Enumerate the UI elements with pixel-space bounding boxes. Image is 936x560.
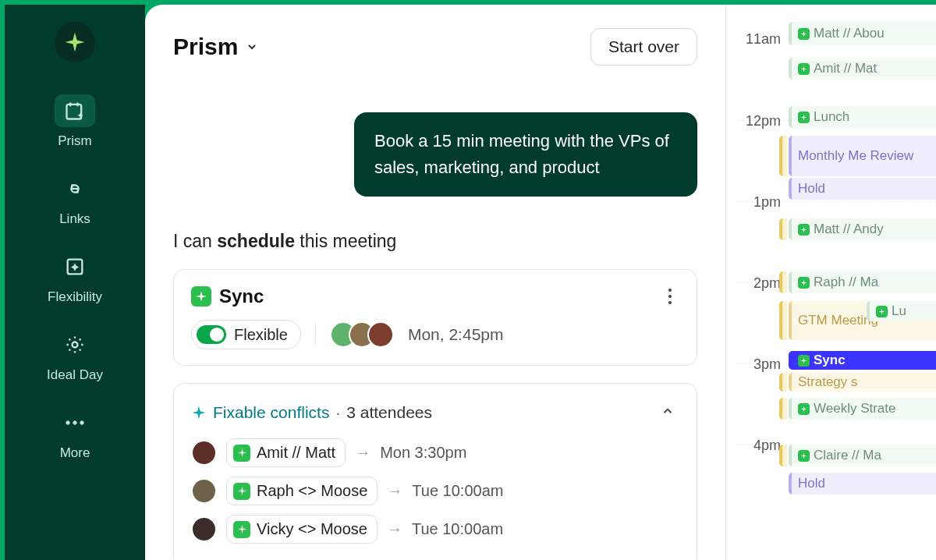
calendar-event[interactable]: Strategy s — [789, 373, 936, 392]
hour-label: 12pm — [736, 113, 781, 129]
svg-point-2 — [73, 342, 78, 348]
sidebar: Prism Links Flexibility — [5, 5, 145, 560]
nav-more[interactable]: More — [5, 403, 145, 464]
avatar — [191, 516, 217, 542]
conflict-event-title: Raph <> Moose — [257, 482, 367, 500]
collapse-button[interactable] — [656, 399, 679, 426]
calendar-event[interactable]: Amit // Mat — [789, 58, 936, 80]
event-title: Amit // Mat — [814, 61, 877, 76]
sparkle-badge-icon — [798, 450, 810, 462]
nav-links[interactable]: Links — [5, 169, 145, 230]
avatar — [191, 478, 217, 504]
chevron-down-icon — [246, 41, 258, 53]
fixable-conflicts-link[interactable]: Fixable conflicts — [213, 403, 329, 422]
nav-label: Ideal Day — [47, 367, 103, 383]
calendar-event[interactable]: Lunch — [789, 106, 936, 128]
calendar-event[interactable]: Lu — [867, 301, 936, 321]
sparkle-badge-icon — [798, 224, 810, 236]
calendar-event[interactable]: Sync — [789, 351, 936, 370]
calendar-event[interactable]: Raph // Ma — [789, 271, 936, 293]
calendar-event[interactable]: Matt // Andy — [789, 218, 936, 240]
calendar-event[interactable]: Matt // Abou — [789, 22, 936, 45]
conflict-event-pill[interactable]: Raph <> Moose — [226, 477, 378, 505]
event-title: Hold — [798, 181, 825, 197]
svg-point-4 — [73, 421, 76, 424]
calendar-sparkle-icon — [64, 100, 86, 122]
hour-label: 2pm — [736, 275, 781, 292]
hour-label: 11am — [736, 31, 781, 48]
conflict-event-title: Vicky <> Moose — [257, 520, 367, 538]
conflicts-card: Fixable conflicts · 3 attendees Amit // … — [173, 383, 697, 560]
svg-rect-0 — [67, 105, 82, 119]
sparkle-badge-icon — [798, 112, 810, 123]
calendar-event-stripe — [779, 373, 787, 392]
nav-ideal-day[interactable]: Ideal Day — [5, 325, 145, 386]
assistant-intro: I can schedule this meeting — [173, 231, 697, 252]
nav-label: More — [60, 445, 90, 461]
nav-label: Flexibility — [48, 289, 102, 305]
chevron-up-icon — [661, 404, 675, 418]
calendar-event[interactable]: Monthly Me Review — [789, 136, 936, 176]
sparkle-icon — [191, 405, 207, 420]
card-menu-button[interactable] — [661, 289, 679, 304]
sparkle-badge-icon — [798, 28, 810, 40]
arrow-right-icon: → — [355, 444, 370, 462]
workspace-switcher[interactable]: Prism — [173, 34, 258, 60]
meeting-title: Sync — [191, 285, 264, 307]
calendar-event-stripe — [779, 218, 787, 240]
meeting-time: Mon, 2:45pm — [408, 325, 504, 344]
link-icon — [64, 178, 86, 200]
sparkle-badge-icon — [798, 277, 810, 289]
event-title: Raph // Ma — [814, 275, 878, 290]
nav-prism[interactable]: Prism — [5, 91, 145, 152]
event-title: Lu — [892, 303, 906, 319]
event-title: Weekly Strate — [814, 401, 896, 416]
toggle-switch-icon — [197, 325, 226, 344]
app-logo — [55, 22, 95, 62]
calendar-event[interactable]: Weekly Strate — [789, 398, 936, 420]
event-title: Claire // Ma — [814, 448, 881, 463]
flexible-toggle[interactable]: Flexible — [191, 320, 301, 349]
sparkle-badge-icon — [233, 521, 250, 538]
chat-column: Prism Start over Book a 15 min meeting w… — [145, 5, 725, 560]
hour-label: 4pm — [736, 438, 781, 454]
avatar — [367, 321, 394, 348]
sparkle-badge-icon — [233, 445, 250, 462]
calendar-event[interactable]: Hold — [789, 178, 936, 200]
event-title: Lunch — [814, 109, 849, 125]
attendee-count: 3 attendees — [346, 403, 432, 422]
calendar-event-stripe — [779, 398, 787, 420]
avatar — [191, 440, 217, 466]
nav-label: Prism — [58, 133, 91, 149]
conflict-event-pill[interactable]: Amit // Matt — [226, 438, 346, 467]
conflict-row: Raph <> Moose→Tue 10:00am — [191, 477, 679, 505]
conflict-event-pill[interactable]: Vicky <> Moose — [226, 515, 378, 544]
calendar-event-stripe — [779, 271, 787, 293]
conflict-new-time: Mon 3:30pm — [380, 444, 466, 462]
event-title: Strategy s — [798, 374, 858, 390]
start-over-button[interactable]: Start over — [590, 28, 697, 66]
proposed-meeting-card: Sync Flexible Mon, 2:45pm — [173, 269, 697, 366]
sparkle-badge-icon — [798, 403, 810, 415]
event-title: Sync — [814, 353, 846, 368]
event-title: Hold — [798, 476, 825, 491]
hour-label: 1pm — [736, 194, 781, 211]
nav-flexibility[interactable]: Flexibility — [5, 247, 145, 308]
sparkle-badge-icon — [876, 306, 888, 317]
conflict-row: Vicky <> Moose→Tue 10:00am — [191, 515, 679, 544]
hour-label: 3pm — [736, 356, 781, 373]
calendar-event-stripe — [779, 136, 787, 176]
attendee-avatars[interactable] — [330, 321, 394, 348]
arrow-right-icon: → — [387, 482, 402, 500]
calendar-event-stripe — [779, 301, 787, 321]
svg-point-5 — [80, 421, 83, 424]
conflict-new-time: Tue 10:00am — [412, 520, 503, 538]
arrow-right-icon: → — [387, 520, 402, 538]
conflict-event-title: Amit // Matt — [257, 444, 335, 462]
sun-icon — [64, 334, 86, 356]
conflict-new-time: Tue 10:00am — [412, 482, 503, 500]
calendar-event[interactable]: Claire // Ma — [789, 445, 936, 466]
user-message: Book a 15 min meeting with the VPs of sa… — [354, 112, 697, 197]
calendar-event[interactable]: Hold — [789, 473, 936, 494]
calendar-column: 11am12pm1pm2pm3pm4pm Matt // AbouAmit //… — [725, 5, 936, 560]
